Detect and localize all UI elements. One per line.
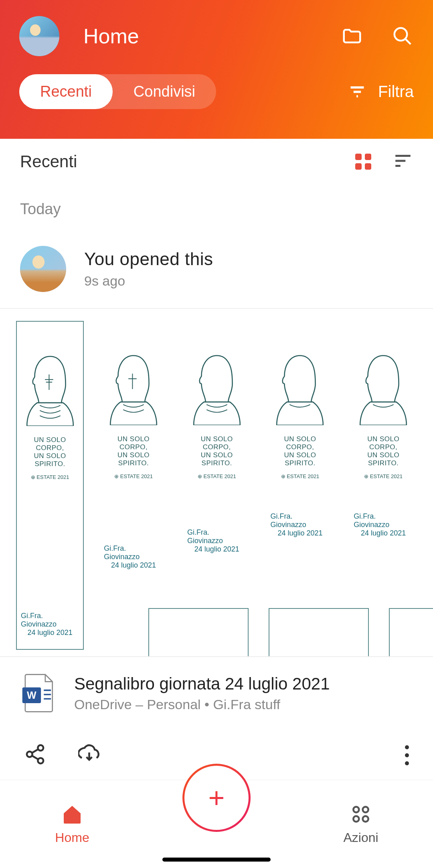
add-button[interactable]: + xyxy=(182,764,251,832)
more-icon[interactable] xyxy=(405,745,409,765)
filter-label: Filtra xyxy=(378,83,414,101)
grid-view-icon[interactable] xyxy=(354,152,373,171)
bookmark-thumb: UN SOLO CORPO,UN SOLO SPIRITO. ⊕ ESTATE … xyxy=(100,321,167,582)
tabs-segment: Recenti Condivisi xyxy=(19,74,216,109)
app-header: Home Recenti Condivisi Filtra xyxy=(0,0,433,139)
word-doc-icon: W xyxy=(20,673,56,713)
svg-point-8 xyxy=(27,752,32,757)
sort-icon[interactable] xyxy=(393,151,413,172)
bookmark-thumb: UN SOLO CORPO,UN SOLO SPIRITO. ⊕ ESTATE … xyxy=(183,321,251,566)
activity-item-header[interactable]: You opened this 9s ago xyxy=(0,226,433,308)
tab-shared[interactable]: Condivisi xyxy=(113,74,216,109)
activity-time: 9s ago xyxy=(84,273,213,289)
home-indicator[interactable] xyxy=(162,858,271,862)
activity-info: You opened this 9s ago xyxy=(84,249,213,289)
view-toggles xyxy=(354,151,413,172)
svg-rect-3 xyxy=(355,163,362,170)
nav-home-label: Home xyxy=(55,830,89,845)
svg-point-11 xyxy=(363,807,368,812)
page-title: Home xyxy=(83,24,341,48)
header-tabs-row: Recenti Condivisi Filtra xyxy=(0,56,433,109)
nav-actions[interactable]: Azioni xyxy=(289,803,433,845)
section-title: Recenti xyxy=(20,152,354,171)
svg-text:W: W xyxy=(27,690,36,701)
svg-rect-1 xyxy=(355,154,362,160)
svg-point-0 xyxy=(395,28,407,41)
nav-home[interactable]: Home xyxy=(0,803,144,845)
plus-icon: + xyxy=(208,782,225,814)
tab-recent[interactable]: Recenti xyxy=(19,74,113,109)
section-header: Recenti xyxy=(0,139,433,185)
bookmark-thumb: UN SOLO CORPO,UN SOLO SPIRITO. ⊕ ESTATE … xyxy=(16,321,84,650)
svg-point-10 xyxy=(353,807,359,812)
svg-point-13 xyxy=(363,816,368,822)
svg-point-9 xyxy=(38,758,43,764)
activity-action: You opened this xyxy=(84,249,213,269)
user-avatar-small xyxy=(20,246,66,292)
filter-button[interactable]: Filtra xyxy=(348,83,414,101)
header-actions xyxy=(341,25,414,47)
document-preview[interactable]: UN SOLO CORPO,UN SOLO SPIRITO. ⊕ ESTATE … xyxy=(0,308,433,657)
file-row[interactable]: W Segnalibro giornata 24 luglio 2021 One… xyxy=(0,657,433,729)
date-group-today: Today xyxy=(0,185,433,226)
file-location: OneDrive – Personal • Gi.Fra stuff xyxy=(74,697,330,712)
share-icon[interactable] xyxy=(24,743,46,767)
svg-rect-2 xyxy=(365,154,371,160)
file-info: Segnalibro giornata 24 luglio 2021 OneDr… xyxy=(74,674,330,712)
nav-actions-label: Azioni xyxy=(343,830,378,845)
user-avatar[interactable] xyxy=(19,16,59,56)
bookmark-thumb: UN SOLO CORPO,UN SOLO SPIRITO. ⊕ ESTATE … xyxy=(267,321,334,550)
header-top-row: Home xyxy=(0,0,433,56)
svg-point-12 xyxy=(353,816,359,822)
download-icon[interactable] xyxy=(78,743,100,767)
file-name: Segnalibro giornata 24 luglio 2021 xyxy=(74,674,330,694)
svg-point-7 xyxy=(38,745,43,751)
bookmark-thumb: UN SOLO CORPO,UN SOLO SPIRITO. ⊕ ESTATE … xyxy=(350,321,417,550)
extra-thumbs xyxy=(148,608,433,656)
svg-rect-4 xyxy=(365,163,371,170)
folder-icon[interactable] xyxy=(341,25,363,47)
search-icon[interactable] xyxy=(391,25,414,47)
